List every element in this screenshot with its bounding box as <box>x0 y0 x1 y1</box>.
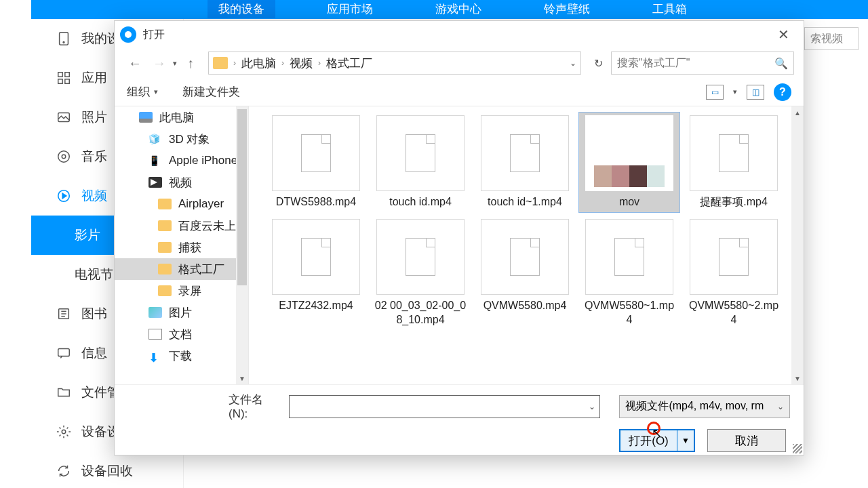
tree-item[interactable]: Airplayer <box>115 193 248 215</box>
file-item[interactable]: DTWS5988.mp4 <box>265 112 367 213</box>
nav-item-device[interactable]: 我的设备 <box>208 0 275 18</box>
search-video-input[interactable]: 索视频 <box>804 27 859 50</box>
tree-scrollbar[interactable]: ▲ ▼ <box>236 106 248 384</box>
folder-icon <box>158 242 172 253</box>
folder-icon <box>158 264 172 274</box>
file-item[interactable]: QVMW5580~2.mp4 <box>683 216 785 331</box>
svg-point-15 <box>62 430 66 434</box>
folder-icon <box>158 285 172 296</box>
file-item[interactable]: 提醒事项.mp4 <box>683 112 785 213</box>
pic-icon <box>149 307 162 318</box>
view-dropdown[interactable]: ▾ <box>733 87 737 96</box>
file-item[interactable]: QVMW5580.mp4 <box>474 216 576 331</box>
file-name: mov <box>619 195 639 209</box>
filename-input[interactable]: ⌄ <box>289 395 600 418</box>
scroll-down-icon[interactable]: ▼ <box>236 372 248 384</box>
help-button[interactable]: ? <box>774 83 791 101</box>
tree-item[interactable]: ⬇下载 <box>115 345 248 367</box>
chevron-right-icon: › <box>317 58 322 68</box>
file-scrollbar[interactable]: ▲ ▼ <box>791 106 804 384</box>
tree-item[interactable]: 录屏 <box>115 280 248 302</box>
preview-pane-button[interactable]: ◫ <box>747 85 764 100</box>
dialog-title: 打开 <box>143 28 165 42</box>
svg-point-1 <box>63 42 64 43</box>
history-dropdown[interactable]: ▾ <box>173 59 177 68</box>
scrollbar-thumb[interactable] <box>237 109 247 285</box>
address-row: ← → ▾ ↑ › 此电脑 › 视频 › 格式工厂 ⌄ ↻ 🔍 <box>115 48 804 78</box>
file-name: QVMW5580~2.mp4 <box>686 299 781 327</box>
open-dropdown[interactable]: ▼ <box>677 430 694 451</box>
sidebar-label: 设备回收 <box>81 462 133 480</box>
nav-item-toolbox[interactable]: 工具箱 <box>642 0 698 18</box>
nav-item-market[interactable]: 应用市场 <box>316 0 384 18</box>
file-item[interactable]: touch id.mp4 <box>370 112 471 213</box>
dialog-title-bar[interactable]: 打开 ✕ <box>115 21 804 48</box>
chevron-down-icon: ▾ <box>154 87 158 96</box>
up-button[interactable]: ↑ <box>180 52 201 74</box>
tree-item-label: 文档 <box>169 327 192 342</box>
crumb-pc[interactable]: 此电脑 <box>241 56 276 71</box>
svg-rect-2 <box>58 73 62 77</box>
file-item[interactable]: touch id~1.mp4 <box>474 112 576 213</box>
filename-label: 文件名(N): <box>229 392 282 421</box>
resize-grip[interactable] <box>793 444 802 453</box>
forward-button[interactable]: → <box>149 52 170 74</box>
file-thumbnail <box>272 219 360 295</box>
open-button-group: 打开(O) ▼ <box>619 429 695 452</box>
nav-item-games[interactable]: 游戏中心 <box>425 0 492 18</box>
tree-item[interactable]: 🧊3D 对象 <box>115 128 248 150</box>
sidebar-item-recycle[interactable]: 设备回收 <box>31 451 183 488</box>
chevron-down-icon[interactable]: ⌄ <box>589 402 595 411</box>
open-button[interactable]: 打开(O) <box>620 430 677 451</box>
tree-item-label: 格式工厂 <box>178 262 224 277</box>
tree-item[interactable]: 文档 <box>115 323 248 345</box>
file-name: touch id.mp4 <box>389 195 452 209</box>
back-button[interactable]: ← <box>124 52 146 74</box>
file-item[interactable]: 02 00_03_02-00_08_10.mp4 <box>370 216 471 331</box>
tree-item[interactable]: 此电脑 <box>115 106 248 128</box>
recycle-icon <box>56 463 72 479</box>
tree-item-label: 此电脑 <box>159 110 194 125</box>
search-icon[interactable]: 🔍 <box>774 57 788 70</box>
tree-item[interactable]: 捕获 <box>115 237 248 258</box>
tree-item[interactable]: 百度云未上传 <box>115 215 248 237</box>
open-dialog: 打开 ✕ ← → ▾ ↑ › 此电脑 › 视频 › 格式工厂 ⌄ ↻ 🔍 组织 … <box>114 20 804 455</box>
view-mode-button[interactable]: ▭ <box>706 85 724 100</box>
file-item[interactable]: QVMW5580~1.mp4 <box>578 216 680 331</box>
file-thumbnail <box>585 115 673 191</box>
crumb-current[interactable]: 格式工厂 <box>326 56 372 71</box>
nav-item-ringtone[interactable]: 铃声壁纸 <box>533 0 601 18</box>
chevron-right-icon: › <box>280 58 285 68</box>
organize-menu[interactable]: 组织 ▾ <box>127 84 158 100</box>
svg-rect-5 <box>65 79 69 83</box>
close-button[interactable]: ✕ <box>768 22 798 47</box>
scroll-up-icon[interactable]: ▲ <box>791 106 804 119</box>
sidebar-label: 视频 <box>81 187 107 205</box>
cancel-button[interactable]: 取消 <box>707 429 786 452</box>
address-bar[interactable]: › 此电脑 › 视频 › 格式工厂 ⌄ <box>208 52 581 75</box>
address-dropdown[interactable]: ⌄ <box>570 58 576 68</box>
dialog-search-input[interactable] <box>617 57 774 69</box>
file-type-filter[interactable]: 视频文件(mp4, m4v, mov, rm ⌄ <box>619 395 790 418</box>
refresh-button[interactable]: ↻ <box>588 53 608 73</box>
svg-rect-4 <box>58 79 62 83</box>
tree-item-label: 录屏 <box>178 283 201 299</box>
tree-item-label: 图片 <box>169 305 192 321</box>
sidebar-label: 应用 <box>81 69 107 87</box>
folder-icon <box>213 57 228 69</box>
file-name: 提醒事项.mp4 <box>700 195 768 209</box>
tree-item[interactable]: 视频 <box>115 171 248 193</box>
file-name: QVMW5580~1.mp4 <box>582 299 677 327</box>
3d-icon: 🧊 <box>149 134 162 144</box>
file-item[interactable]: EJTZ2432.mp4 <box>265 216 367 331</box>
tree-item[interactable]: 图片 <box>115 302 248 323</box>
scroll-down-icon[interactable]: ▼ <box>791 372 804 384</box>
tree-item[interactable]: 📱Apple iPhone <box>115 150 248 171</box>
file-item[interactable]: mov <box>578 112 680 213</box>
tree-item[interactable]: 格式工厂 <box>115 258 248 280</box>
new-folder-button[interactable]: 新建文件夹 <box>182 84 240 100</box>
crumb-video[interactable]: 视频 <box>290 56 313 71</box>
svg-point-7 <box>58 151 70 163</box>
dialog-search[interactable]: 🔍 <box>611 52 794 75</box>
sidebar-label: 照片 <box>81 108 107 126</box>
